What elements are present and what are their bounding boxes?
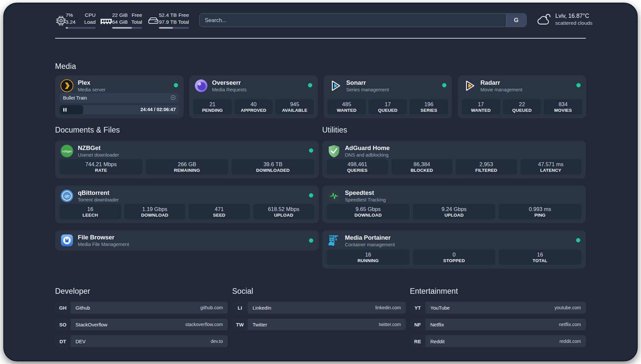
speedtest-card[interactable]: Speedtest Speedtest Tracking 9.65 GbpsDO…: [322, 185, 586, 223]
stat-label: TOTAL: [533, 258, 547, 263]
app-name: Speedtest: [345, 189, 386, 197]
bookmark-twitter[interactable]: TW Twittertwitter.com: [232, 318, 406, 330]
bookmark-name: Twitter: [253, 322, 267, 327]
stat-label: AVAILABLE: [282, 107, 307, 113]
filebrowser-meta: File Browser Media File Management: [78, 234, 129, 247]
section-title-entertainment: Entertainment: [410, 287, 458, 296]
section-title-documents: Documents & Files: [55, 126, 120, 135]
bookmark-abbr: TW: [232, 318, 248, 330]
speedtest-header: Speedtest Speedtest Tracking: [327, 189, 386, 202]
memory-free: 22 GiB: [112, 12, 128, 18]
bookmark-pill: StackOverflowstackoverflow.com: [71, 318, 228, 330]
bookmark-pill: LinkedInlinkedin.com: [248, 302, 406, 314]
stat-value: 47.571 ms: [538, 161, 564, 167]
weather-location: Lviv, 16.87°C: [555, 13, 589, 19]
cpu-label: CPU: [85, 12, 96, 18]
stat-value: 16: [87, 206, 93, 212]
speedtest-icon: [327, 189, 341, 202]
speedtest-stats: 9.65 GbpsDOWNLOAD 9.24 GbpsUPLOAD 0.993 …: [327, 204, 581, 219]
cpu-load: 3.24: [66, 18, 76, 25]
search-input[interactable]: [199, 13, 527, 27]
stat-value: 16: [365, 251, 371, 258]
bookmark-dev[interactable]: DT DEVdev.to: [55, 335, 228, 347]
app-name: AdGuard Home: [345, 144, 390, 152]
stat-label: LEECH: [82, 212, 98, 218]
plex-card[interactable]: Plex Media server Bullet Train 24:44 / 0…: [55, 75, 184, 118]
stat-value: 498,461: [348, 161, 367, 167]
stat-tile: 39.6 TBDOWNLOADED: [231, 159, 314, 174]
pause-icon[interactable]: [63, 107, 67, 113]
radarr-header: Radarr Movie management: [463, 79, 522, 92]
now-playing-title: Bullet Train: [63, 95, 87, 101]
qbittorrent-stats: 16LEECH 1.19 GbpsDOWNLOAD 471SEED 618.52…: [60, 204, 314, 219]
dashboard: 7%CPU 3.24Load 22 GiBFree 64 GiBTotal 52…: [0, 0, 641, 364]
stat-value: 16: [537, 251, 543, 258]
stat-label: FILTERED: [475, 167, 497, 173]
sonarr-header: Sonarr Series management: [329, 79, 389, 92]
stat-label: UPLOAD: [444, 212, 464, 218]
memory-total: 64 GiB: [112, 18, 128, 25]
qbittorrent-header: qb qBittorrent Torrent downloader: [60, 189, 119, 202]
stat-label: DOWNLOAD: [141, 212, 168, 218]
stat-value: 834: [559, 101, 568, 107]
status-dot: [309, 148, 313, 153]
stat-value: 22: [519, 101, 525, 107]
nzbget-card[interactable]: nzbget NZBGet Usenet downloader 744.21 M…: [55, 140, 319, 178]
stat-value: 471: [215, 206, 224, 212]
portainer-card[interactable]: Media Portainer Container management 16R…: [322, 230, 586, 269]
bookmark-pill: Redditreddit.com: [425, 335, 586, 347]
bookmark-pill: Netflixnetflix.com: [425, 318, 586, 330]
stat-value: 945: [290, 101, 299, 107]
bookmark-netflix[interactable]: NF Netflixnetflix.com: [410, 318, 586, 330]
bookmark-url: twitter.com: [379, 322, 401, 327]
stat-tile: 17WANTED: [462, 99, 500, 114]
bookmark-name: StackOverflow: [76, 322, 107, 327]
bookmark-abbr: NF: [410, 318, 425, 330]
bookmark-url: netflix.com: [559, 322, 581, 327]
portainer-meta: Media Portainer Container management: [345, 234, 395, 247]
memory-icon: [100, 17, 112, 27]
app-desc: Speedtest Tracking: [345, 197, 386, 202]
radarr-card[interactable]: Radarr Movie management 17WANTED 22QUEUE…: [458, 75, 586, 118]
bookmark-linkedin[interactable]: LI LinkedInlinkedin.com: [232, 302, 406, 314]
bookmark-name: DEV: [76, 339, 86, 344]
stat-tile: 618.52 MbpsUPLOAD: [253, 204, 315, 219]
search-engine-button[interactable]: G: [506, 14, 526, 27]
stat-label: REMAINING: [174, 167, 200, 173]
bookmark-youtube[interactable]: YT YouTubeyoutube.com: [410, 302, 586, 314]
stat-tile: 0.993 msPING: [499, 204, 581, 219]
filebrowser-card[interactable]: File Browser Media File Management: [55, 230, 319, 251]
stat-value: 0.993 ms: [529, 206, 551, 212]
bookmark-abbr: SO: [55, 318, 71, 330]
portainer-header: Media Portainer Container management: [327, 234, 395, 247]
app-name: Media Portainer: [345, 234, 395, 241]
qbittorrent-card[interactable]: qb qBittorrent Torrent downloader 16LEEC…: [55, 185, 319, 223]
qbittorrent-icon: qb: [60, 189, 74, 202]
overseerr-icon: [195, 79, 208, 92]
playback-progress-bar[interactable]: 24:44 / 02:06:47: [60, 105, 179, 114]
sonarr-card[interactable]: Sonarr Series management 485WANTED 17QUE…: [323, 75, 452, 118]
now-playing-title-bar: Bullet Train: [60, 93, 179, 103]
app-desc: Series management: [346, 87, 389, 92]
cpu-progress-track: [66, 27, 96, 29]
status-dot: [576, 238, 580, 242]
bookmark-pill: Twittertwitter.com: [248, 318, 406, 330]
stat-label: RUNNING: [357, 258, 379, 263]
section-title-media: Media: [55, 62, 76, 71]
bookmark-reddit[interactable]: RE Redditreddit.com: [410, 335, 586, 347]
overseerr-header: Overseerr Media Requests: [195, 79, 247, 92]
bookmark-name: YouTube: [430, 305, 450, 311]
stat-value: 0: [452, 251, 455, 258]
bookmark-pill: YouTubeyoutube.com: [425, 302, 586, 314]
overseerr-card[interactable]: Overseerr Media Requests 21PENDING 40APP…: [189, 75, 318, 118]
session-icon[interactable]: [170, 95, 176, 101]
radarr-stats: 17WANTED 22QUEUED 834MOVIES: [462, 99, 582, 114]
app-desc: Media File Management: [78, 242, 129, 247]
sonarr-stats: 485WANTED 17QUEUED 196SERIES: [327, 99, 448, 114]
stat-label: WANTED: [337, 107, 356, 113]
bookmark-stackoverflow[interactable]: SO StackOverflowstackoverflow.com: [55, 318, 228, 330]
bookmark-github[interactable]: GH Githubgithub.com: [55, 302, 228, 314]
app-desc: Torrent downloader: [78, 197, 119, 202]
adguard-card[interactable]: AdGuard Home DNS and adblocking 498,461Q…: [322, 140, 586, 178]
stat-label: QUEUED: [378, 107, 398, 113]
